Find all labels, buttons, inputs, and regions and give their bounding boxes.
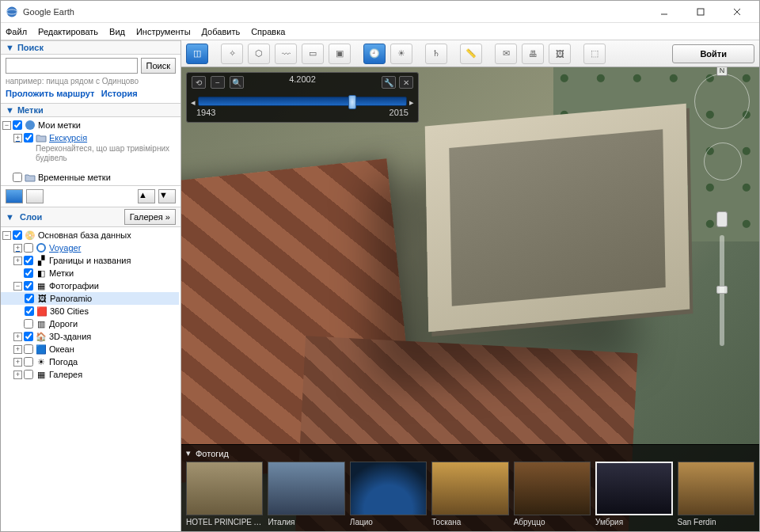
add-placemark-button[interactable]: ✧	[221, 44, 243, 64]
checkbox-panoramio[interactable]	[25, 294, 34, 303]
toggle-sidebar-button[interactable]: ◫	[186, 44, 208, 64]
checkbox-roads[interactable]	[24, 319, 33, 329]
places-panel-header[interactable]: ▼ Метки	[1, 103, 180, 117]
places-excursion[interactable]: Екскурсія	[49, 133, 87, 142]
sunlight-button[interactable]: ☀	[390, 44, 412, 64]
places-my-places[interactable]: Мои метки	[38, 120, 81, 130]
checkbox-placemarks-layer[interactable]	[24, 268, 33, 278]
search-panel-header[interactable]: ▼ Поиск	[1, 40, 180, 55]
close-button[interactable]	[720, 4, 754, 20]
add-polygon-button[interactable]: ⬡	[248, 44, 270, 64]
move-down-button[interactable]: ▼	[158, 189, 176, 203]
photo-thumb[interactable]: Тоскана	[431, 462, 508, 526]
layer-primary-db[interactable]: Основная база данных	[38, 230, 131, 240]
menu-view[interactable]: Вид	[109, 27, 125, 36]
expand-icon[interactable]: +	[13, 370, 22, 379]
zoom-slider[interactable]	[720, 235, 724, 346]
minimize-button[interactable]	[647, 4, 682, 20]
checkbox-3d-buildings[interactable]	[24, 332, 33, 341]
print-button[interactable]: 🖶	[522, 44, 544, 64]
email-button[interactable]: ✉	[495, 44, 517, 64]
layer-gallery[interactable]: Галерея	[49, 370, 82, 379]
checkbox-excursion[interactable]	[24, 133, 33, 142]
settings-icon[interactable]: 🔧	[382, 76, 396, 89]
time-handle[interactable]	[348, 95, 356, 109]
photo-thumb[interactable]: Лацио	[350, 462, 427, 526]
layer-weather[interactable]: Погода	[49, 357, 78, 367]
close-icon[interactable]: ✕	[399, 76, 413, 89]
collapse-icon[interactable]: ▾	[186, 448, 191, 458]
layer-360cities[interactable]: 360 Cities	[50, 306, 89, 316]
gallery-button[interactable]: Галерея »	[124, 209, 176, 225]
layer-placemarks[interactable]: Метки	[49, 268, 74, 278]
ruler-button[interactable]: 📏	[460, 44, 482, 64]
layer-voyager[interactable]: Voyager	[49, 243, 81, 253]
checkbox-gallery[interactable]	[24, 370, 33, 379]
checkbox-360cities[interactable]	[25, 306, 34, 316]
checkbox-temporary[interactable]	[13, 173, 22, 182]
expand-icon[interactable]: +	[13, 345, 22, 354]
look-joystick[interactable]	[704, 142, 742, 180]
maximize-button[interactable]	[683, 4, 718, 20]
record-tour-button[interactable]: ▣	[329, 44, 351, 64]
pegman-icon[interactable]	[716, 211, 728, 227]
expand-icon[interactable]: −	[13, 282, 22, 291]
photo-thumb[interactable]: San Ferdin	[678, 462, 754, 526]
checkbox-my-places[interactable]	[13, 120, 22, 130]
time-slider[interactable]: ⟲ − 🔍 4.2002 🔧 ✕ ◂ ▸	[186, 72, 419, 123]
get-directions-link[interactable]: Проложить маршрут	[6, 89, 94, 98]
checkbox-voyager[interactable]	[24, 243, 33, 253]
layer-borders[interactable]: Границы и названия	[49, 256, 131, 265]
checkbox-primary-db[interactable]	[13, 230, 22, 240]
menu-file[interactable]: Файл	[6, 27, 27, 36]
expand-icon[interactable]: −	[2, 121, 11, 130]
layer-ocean[interactable]: Океан	[49, 344, 74, 354]
search-button[interactable]: Поиск	[141, 58, 176, 74]
photo-thumb[interactable]: Абруццо	[514, 462, 591, 526]
photo-thumb[interactable]: HOTEL PRINCIPE A...	[186, 462, 263, 526]
photo-thumb[interactable]: Италия	[268, 462, 344, 526]
add-path-button[interactable]: 〰	[275, 44, 297, 64]
menu-add[interactable]: Добавить	[202, 27, 241, 36]
sign-in-button[interactable]: Войти	[672, 44, 754, 63]
time-track[interactable]: ◂ ▸	[198, 97, 407, 106]
expand-icon[interactable]: +	[13, 244, 22, 253]
layers-panel-header[interactable]: ▼ Слои Галерея »	[1, 207, 180, 227]
checkbox-borders[interactable]	[24, 256, 33, 265]
menu-tools[interactable]: Инструменты	[136, 27, 191, 36]
add-image-overlay-button[interactable]: ▭	[302, 44, 324, 64]
play-tour-button[interactable]	[26, 189, 44, 203]
expand-icon[interactable]: +	[13, 332, 22, 341]
layer-panoramio[interactable]: Panoramio	[50, 294, 92, 303]
zoom-handle[interactable]	[716, 286, 728, 294]
expand-icon[interactable]: +	[13, 256, 22, 265]
checkbox-weather[interactable]	[24, 357, 33, 367]
move-up-button[interactable]: ▲	[138, 189, 155, 203]
layer-3d-buildings[interactable]: 3D-здания	[49, 332, 91, 341]
menu-edit[interactable]: Редактировать	[38, 27, 98, 36]
expand-icon[interactable]: −	[2, 231, 11, 240]
history-link[interactable]: История	[101, 89, 138, 98]
compass-control[interactable]: N	[694, 74, 750, 129]
expand-icon[interactable]: +	[13, 134, 22, 142]
checkbox-photos[interactable]	[24, 281, 33, 291]
compass-north-label[interactable]: N	[716, 67, 728, 76]
step-back-icon[interactable]: ◂	[191, 97, 196, 108]
places-temporary[interactable]: Временные метки	[38, 173, 111, 182]
zoom-out-icon[interactable]: −	[211, 76, 225, 89]
layer-roads[interactable]: Дороги	[49, 319, 78, 329]
step-forward-icon[interactable]: ▸	[409, 97, 414, 108]
map-viewport[interactable]: ⟲ − 🔍 4.2002 🔧 ✕ ◂ ▸	[181, 67, 759, 531]
photo-thumb[interactable]: Умбрия	[595, 462, 672, 526]
save-image-button[interactable]: 🖼	[549, 44, 571, 64]
checkbox-ocean[interactable]	[24, 344, 33, 354]
planet-button[interactable]: ♄	[425, 44, 447, 64]
expand-icon[interactable]: +	[13, 358, 22, 367]
find-button[interactable]	[6, 189, 23, 203]
historical-imagery-button[interactable]: 🕘	[363, 44, 386, 64]
time-back-icon[interactable]: ⟲	[192, 76, 206, 89]
search-input[interactable]	[6, 58, 138, 74]
menu-help[interactable]: Справка	[251, 27, 285, 36]
view-in-maps-button[interactable]: ⬚	[583, 44, 606, 64]
zoom-in-icon[interactable]: 🔍	[230, 76, 244, 89]
